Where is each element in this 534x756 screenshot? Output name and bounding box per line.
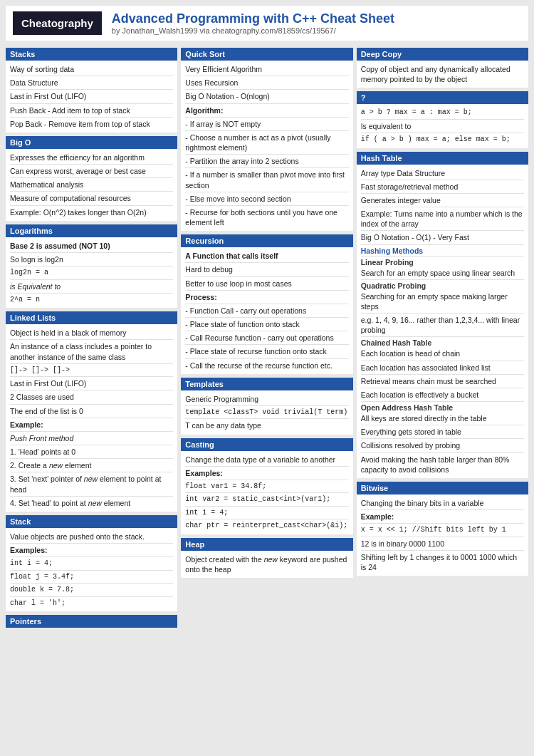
stacks-card: Stacks Way of sorting data Data Structur… xyxy=(6,48,177,133)
cast-row: int var2 = static_cast<int>(var1); xyxy=(185,493,348,507)
cast-row: float var1 = 34.8f; xyxy=(185,480,348,494)
page-subtitle: by Jonathan_Walsh1999 via cheatography.c… xyxy=(112,26,394,35)
recursion-body: A Function that calls itself Hard to deb… xyxy=(181,247,352,374)
col3: Deep Copy Copy of object and any dynamic… xyxy=(357,48,528,628)
deepcopy-body: Copy of object and any dynamically alloc… xyxy=(357,61,528,88)
log-row: So logn is log2n xyxy=(10,253,173,266)
ll-row: An instance of a class includes a pointe… xyxy=(10,340,173,363)
heap-body: Object created with the new keyword are … xyxy=(181,551,352,578)
open-address-label: Open Address Hash Table xyxy=(361,402,524,412)
rec-row: - Place state of recurse function onto s… xyxy=(185,345,348,358)
ht-row: Everything gets stored in table xyxy=(361,425,524,439)
qs-row: - Partition the array into 2 sections xyxy=(185,155,348,168)
tpl-row: Generic Programming xyxy=(185,393,348,406)
rec-row: - Call Recurse function - carry out oper… xyxy=(185,331,348,345)
qs-algo-label: Algorithm: xyxy=(185,104,348,118)
tpl-row: template <classT> void trivial(T term) xyxy=(185,406,348,420)
log-row: is Equivalent to xyxy=(10,280,173,294)
ternary-row: a > b ? max = a : max = b; xyxy=(361,106,524,120)
stack2-row: float j = 3.4f; xyxy=(10,571,173,584)
hashtable-card: Hash Table Array type Data Structure Fas… xyxy=(357,152,528,478)
log-row: log2n = a xyxy=(10,266,173,280)
hashing-methods-label: Hashing Methods xyxy=(361,245,524,257)
ll-pushfront: Push Front method xyxy=(10,432,173,445)
dc-row: Copy of object and any dynamically alloc… xyxy=(361,63,524,86)
hashtable-body: Array type Data Structure Fast storage/r… xyxy=(357,165,528,478)
ht-row: e.g. 1, 4, 9, 16... rather than 1,2,3,4.… xyxy=(361,314,524,337)
bw-row: Changing the binary bits in a variable xyxy=(361,497,524,510)
templates-body: Generic Programming template <classT> vo… xyxy=(181,390,352,435)
ht-row: Each location is effectively a bucket xyxy=(361,388,524,402)
quicksort-body: Very Efficient Algorithm Uses Recursion … xyxy=(181,61,352,231)
ternary-row: Is equivalent to xyxy=(361,120,524,133)
logarithms-body: Base 2 is assumed (NOT 10) So logn is lo… xyxy=(6,237,177,309)
ternary-body: a > b ? max = a : max = b; Is equivalent… xyxy=(357,104,528,147)
stacks-body: Way of sorting data Data Structure Last … xyxy=(6,61,177,133)
rec-row: A Function that calls itself xyxy=(185,249,348,263)
casting-header: Casting xyxy=(181,438,352,451)
qs-row: Big O Notation - O(nlogn) xyxy=(185,90,348,103)
rec-row: Hard to debug xyxy=(185,263,348,276)
tpl-row: T can be any data type xyxy=(185,419,348,432)
bw-row: 12 is in binary 0000 1100 xyxy=(361,537,524,551)
qs-row: - If array is NOT empty xyxy=(185,118,348,131)
stack2-examples-label: Examples: xyxy=(10,544,173,557)
linkedlists-card: Linked Lists Object is held in a black o… xyxy=(6,311,177,512)
linkedlists-header: Linked Lists xyxy=(6,311,177,324)
ht-row: Each location is head of chain xyxy=(361,347,524,361)
deepcopy-header: Deep Copy xyxy=(357,48,528,61)
linkedlists-body: Object is held in a black of memory An i… xyxy=(6,324,177,512)
pointers-header: Pointers xyxy=(6,615,177,628)
ll-row: 2 Classes are used xyxy=(10,390,173,404)
ll-row: Last in First Out (LIFO) xyxy=(10,377,173,390)
rec-row: - Call the recurse of the recurse functi… xyxy=(185,359,348,372)
ll-row: Object is held in a black of memory xyxy=(10,326,173,340)
stacks-row: Data Structure xyxy=(10,76,173,90)
ht-row: Big O Notation - O(1) - Very Fast xyxy=(361,231,524,244)
ternary-header: ? xyxy=(357,91,528,104)
bw-row: x = x << 1; //Shift bits left by 1 xyxy=(361,524,524,537)
log-row: 2^a = n xyxy=(10,294,173,306)
quadratic-probing-label: Quadratic Probing xyxy=(361,280,524,290)
recursion-card: Recursion A Function that calls itself H… xyxy=(181,234,352,374)
rec-row: - Function Call - carry out operations xyxy=(185,304,348,318)
bitwise-body: Changing the binary bits in a variable E… xyxy=(357,494,528,576)
stack2-row: Value objects are pushed onto the stack. xyxy=(10,530,173,544)
stack2-row: int i = 4; xyxy=(10,557,173,571)
ternary-row: if ( a > b ) max = a; else max = b; xyxy=(361,133,524,146)
bigo-header: Big O xyxy=(6,136,177,149)
rec-row: - Place state of function onto stack xyxy=(185,318,348,331)
ll-row: 3. Set 'next' pointer of new element to … xyxy=(10,472,173,496)
rec-row: Better to use loop in most cases xyxy=(185,277,348,291)
qs-row: - Recurse for both sections until you ha… xyxy=(185,206,348,229)
bigo-card: Big O Expresses the efficiency for an al… xyxy=(6,136,177,221)
stack2-header: Stack xyxy=(6,515,177,528)
page: Cheatography Advanced Programming with C… xyxy=(0,0,534,633)
bitwise-card: Bitwise Changing the binary bits in a va… xyxy=(357,482,528,576)
ht-row: Generates integer value xyxy=(361,194,524,207)
heap-header: Heap xyxy=(181,538,352,551)
ht-row: Collisions resolved by probing xyxy=(361,439,524,452)
stacks-row: Pop Back - Remove item from top of stack xyxy=(10,118,173,130)
qs-row: - If a number is smaller than pivot move… xyxy=(185,168,348,192)
cast-row: char ptr = reinterpret_cast<char>(&i); xyxy=(185,519,348,532)
ht-row: Each location has associated linked list xyxy=(361,361,524,375)
ll-row: 2. Create a new element xyxy=(10,459,173,472)
stack2-card: Stack Value objects are pushed onto the … xyxy=(6,515,177,611)
qs-row: Uses Recursion xyxy=(185,76,348,90)
stack2-row: char l = 'h'; xyxy=(10,597,173,610)
qs-row: - Choose a number is act as a pivot (usu… xyxy=(185,131,348,155)
ht-row: Search for an empty space using linear s… xyxy=(361,266,524,280)
log-row: Base 2 is assumed (NOT 10) xyxy=(10,239,173,253)
ht-row: Fast storage/retrieval method xyxy=(361,180,524,194)
bigo-row: Measure of computational resources xyxy=(10,192,173,205)
bigo-row: Mathematical analysis xyxy=(10,178,173,192)
stacks-row: Push Back - Add item to top of stack xyxy=(10,104,173,118)
logarithms-header: Logarithms xyxy=(6,224,177,237)
col2: Quick Sort Very Efficient Algorithm Uses… xyxy=(181,48,352,628)
recursion-header: Recursion xyxy=(181,234,352,247)
qs-row: Very Efficient Algorithm xyxy=(185,63,348,76)
logo: Cheatography xyxy=(13,11,102,35)
stacks-header: Stacks xyxy=(6,48,177,61)
stacks-row: Way of sorting data xyxy=(10,63,173,76)
